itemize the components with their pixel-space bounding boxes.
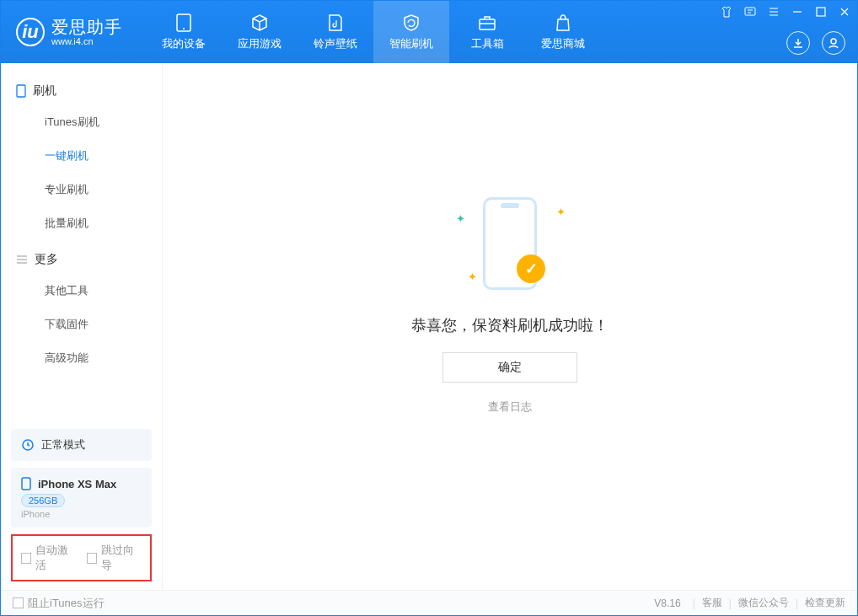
sidebar-group-title: 更多: [35, 252, 58, 267]
list-icon: [16, 254, 28, 265]
support-link[interactable]: 客服: [702, 596, 722, 610]
device-icon: [174, 13, 194, 33]
nav-tab-ring-wallpaper[interactable]: 铃声壁纸: [298, 1, 373, 63]
sidebar: 刷机 iTunes刷机 一键刷机 专业刷机 批量刷机 更多 其他工具 下载固件 …: [1, 63, 163, 590]
maximize-button[interactable]: [813, 4, 829, 19]
svg-point-5: [831, 39, 836, 44]
shield-refresh-icon: [401, 13, 421, 33]
checkbox-skip-wizard[interactable]: 跳过向导: [87, 543, 142, 573]
nav-tab-label: 我的设备: [162, 36, 206, 51]
capacity-badge: 256GB: [21, 494, 65, 507]
brand-url: www.i4.cn: [51, 36, 122, 46]
nav-tab-apps-games[interactable]: 应用游戏: [222, 1, 298, 63]
sidebar-group-more: 更多: [1, 240, 162, 274]
mode-card[interactable]: 正常模式: [11, 429, 152, 461]
device-name: iPhone XS Max: [38, 478, 116, 490]
content-area: ✦ ✦ ✦ ✓ 恭喜您，保资料刷机成功啦！ 确定 查看日志: [163, 63, 857, 590]
sidebar-group-flash: 刷机: [1, 72, 162, 105]
music-file-icon: [325, 13, 346, 33]
footer-bar: 阻止iTunes运行 V8.16 | 客服 | 微信公众号 | 检查更新: [1, 590, 857, 615]
footer-right: V8.16 | 客服 | 微信公众号 | 检查更新: [654, 596, 845, 610]
footer-left: 阻止iTunes运行: [13, 596, 105, 611]
sparkle-icon: ✦: [556, 206, 566, 218]
checkbox-auto-activate[interactable]: 自动激活: [21, 543, 77, 573]
nav-tab-toolbox[interactable]: 工具箱: [449, 1, 525, 63]
body: 刷机 iTunes刷机 一键刷机 专业刷机 批量刷机 更多 其他工具 下载固件 …: [1, 63, 857, 590]
app-window: iu 爱思助手 www.i4.cn 我的设备 应用游戏 铃声壁纸 智能刷机: [0, 0, 858, 616]
minimize-button[interactable]: [790, 4, 805, 19]
header-right-actions: [786, 31, 845, 55]
download-button[interactable]: [786, 31, 810, 55]
svg-rect-4: [817, 8, 825, 16]
checkbox-icon: [13, 597, 24, 608]
sidebar-item-batch-flash[interactable]: 批量刷机: [1, 206, 162, 240]
logo-block: iu 爱思助手 www.i4.cn: [1, 18, 137, 46]
svg-point-1: [183, 28, 185, 29]
ok-button[interactable]: 确定: [442, 352, 577, 383]
feedback-icon[interactable]: [743, 4, 758, 19]
checkbox-block-itunes[interactable]: 阻止iTunes运行: [13, 596, 105, 611]
mode-label: 正常模式: [41, 437, 85, 453]
brand-text: 爱思助手 www.i4.cn: [51, 18, 122, 46]
check-badge-icon: ✓: [517, 254, 545, 283]
svg-rect-3: [745, 8, 755, 15]
svg-rect-2: [480, 19, 495, 29]
reboot-icon: [21, 438, 35, 452]
checkbox-label: 跳过向导: [101, 543, 142, 573]
options-highlight: 自动激活 跳过向导: [11, 534, 152, 581]
svg-rect-8: [22, 478, 30, 490]
checkbox-icon: [87, 553, 97, 564]
checkbox-icon: [21, 553, 31, 564]
checkbox-label: 阻止iTunes运行: [28, 596, 105, 611]
nav-tab-store[interactable]: 爱思商城: [525, 1, 601, 63]
close-button[interactable]: [837, 4, 852, 19]
sidebar-scroll: 刷机 iTunes刷机 一键刷机 专业刷机 批量刷机 更多 其他工具 下载固件 …: [1, 63, 162, 414]
sidebar-item-other-tools[interactable]: 其他工具: [1, 274, 162, 308]
sparkle-icon: ✦: [468, 271, 477, 283]
sidebar-bottom: 正常模式 iPhone XS Max 256GB iPhone 自动激活: [1, 414, 162, 590]
sidebar-item-itunes-flash[interactable]: iTunes刷机: [1, 105, 162, 139]
toolbox-icon: [477, 13, 497, 33]
user-account-button[interactable]: [822, 31, 845, 55]
sidebar-item-advanced[interactable]: 高级功能: [1, 341, 162, 375]
shirt-icon[interactable]: [719, 4, 734, 19]
check-update-link[interactable]: 检查更新: [805, 596, 845, 610]
checkbox-label: 自动激活: [35, 543, 76, 573]
nav-tab-label: 爱思商城: [541, 36, 585, 51]
sidebar-item-onekey-flash[interactable]: 一键刷机: [1, 139, 162, 173]
phone-icon: [21, 477, 31, 490]
sidebar-group-title: 刷机: [33, 83, 56, 99]
bag-icon: [553, 13, 573, 33]
header-bar: iu 爱思助手 www.i4.cn 我的设备 应用游戏 铃声壁纸 智能刷机: [1, 1, 857, 63]
device-type: iPhone: [21, 509, 142, 519]
svg-rect-6: [17, 85, 25, 97]
wechat-link[interactable]: 微信公众号: [738, 596, 789, 610]
nav-tab-label: 智能刷机: [389, 36, 433, 51]
device-small-icon: [16, 84, 26, 98]
window-controls: [719, 4, 852, 19]
nav-tab-label: 铃声壁纸: [314, 36, 357, 51]
sparkle-icon: ✦: [456, 212, 465, 225]
brand-name: 爱思助手: [51, 18, 122, 36]
menu-icon[interactable]: [766, 4, 781, 19]
nav-tab-label: 工具箱: [471, 36, 504, 51]
success-illustration: ✦ ✦ ✦ ✓: [442, 189, 577, 298]
view-log-link[interactable]: 查看日志: [488, 399, 532, 415]
nav-tabs: 我的设备 应用游戏 铃声壁纸 智能刷机 工具箱 爱思商城: [146, 1, 601, 63]
version-label: V8.16: [654, 597, 680, 609]
sidebar-item-pro-flash[interactable]: 专业刷机: [1, 173, 162, 206]
nav-tab-smart-flash[interactable]: 智能刷机: [373, 1, 449, 63]
device-card[interactable]: iPhone XS Max 256GB iPhone: [11, 468, 152, 528]
sidebar-item-download-firmware[interactable]: 下载固件: [1, 308, 162, 341]
logo-icon: iu: [16, 18, 45, 46]
success-message: 恭喜您，保资料刷机成功啦！: [411, 315, 609, 335]
nav-tab-my-device[interactable]: 我的设备: [146, 1, 222, 63]
nav-tab-label: 应用游戏: [238, 36, 282, 51]
cube-icon: [249, 13, 270, 33]
